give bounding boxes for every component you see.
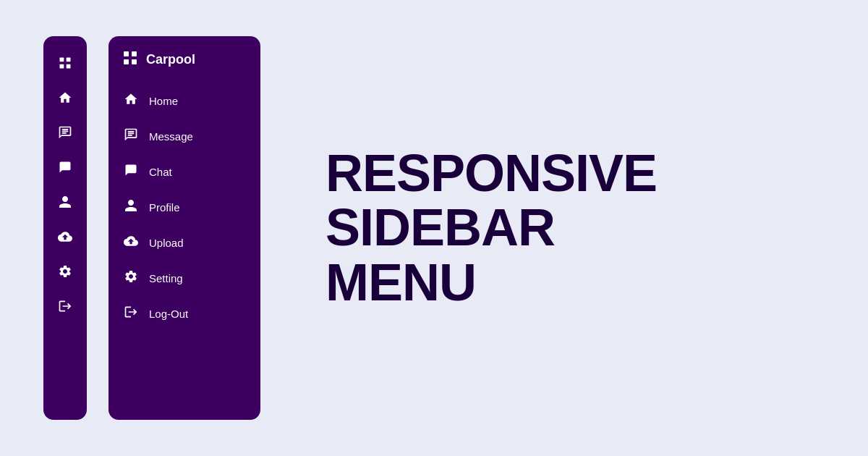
sidebar-expanded: Carpool Home Message: [109, 36, 260, 420]
nav-item-upload[interactable]: Upload: [109, 225, 260, 261]
page-container: Carpool Home Message: [0, 0, 868, 456]
sidebar-header: Carpool: [109, 49, 260, 83]
hero-text: RESPONSIVE SIDEBAR MENU: [282, 146, 825, 311]
nav-item-message[interactable]: Message: [109, 119, 260, 154]
nav-label-chat: Chat: [149, 166, 172, 178]
svg-rect-6: [124, 59, 129, 64]
svg-rect-3: [67, 64, 71, 69]
nav-label-profile: Profile: [149, 201, 180, 214]
collapsed-logout-icon[interactable]: [51, 292, 79, 320]
message-icon: [123, 127, 139, 145]
nav-label-message: Message: [149, 130, 193, 143]
home-icon: [123, 92, 139, 110]
nav-item-setting[interactable]: Setting: [109, 261, 260, 296]
svg-rect-4: [124, 51, 129, 56]
nav-item-home[interactable]: Home: [109, 83, 260, 119]
collapsed-profile-icon[interactable]: [51, 188, 79, 216]
profile-icon: [123, 198, 139, 216]
svg-rect-2: [60, 64, 64, 69]
svg-rect-1: [67, 58, 71, 62]
nav-item-profile[interactable]: Profile: [109, 190, 260, 225]
collapsed-setting-icon[interactable]: [51, 258, 79, 285]
collapsed-brand-icon[interactable]: [51, 49, 79, 77]
nav-item-logout[interactable]: Log-Out: [109, 296, 260, 332]
logout-icon: [123, 305, 139, 323]
upload-icon: [123, 234, 139, 252]
svg-rect-0: [60, 58, 64, 62]
nav-label-home: Home: [149, 95, 178, 107]
chat-icon: [123, 163, 139, 181]
nav-label-logout: Log-Out: [149, 308, 188, 320]
brand-name: Carpool: [146, 52, 195, 67]
collapsed-upload-icon[interactable]: [51, 223, 79, 250]
setting-icon: [123, 269, 139, 287]
brand-icon: [122, 49, 139, 70]
collapsed-chat-icon[interactable]: [51, 153, 79, 181]
nav-label-setting: Setting: [149, 272, 183, 284]
nav-label-upload: Upload: [149, 237, 184, 249]
svg-rect-5: [132, 51, 137, 56]
hero-line3: MENU: [326, 256, 825, 311]
collapsed-message-icon[interactable]: [51, 119, 79, 146]
svg-rect-7: [132, 59, 137, 64]
nav-item-chat[interactable]: Chat: [109, 154, 260, 190]
hero-line2: SIDEBAR: [326, 200, 825, 256]
sidebar-collapsed: [43, 36, 87, 420]
collapsed-home-icon[interactable]: [51, 84, 79, 111]
hero-line1: RESPONSIVE: [326, 146, 825, 201]
